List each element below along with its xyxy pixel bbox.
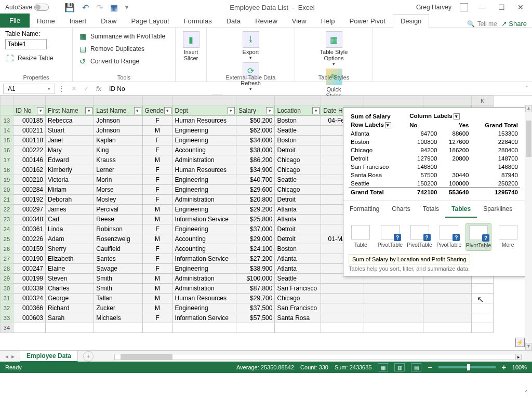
export-button[interactable]: ⭳ Export▾ xyxy=(212,30,289,61)
qa-tab-totals[interactable]: Totals xyxy=(417,201,445,218)
tab-power-pivot[interactable]: Power Pivot xyxy=(342,15,393,28)
column-header[interactable]: Last Name▾ xyxy=(94,105,142,116)
vertical-scrollbar[interactable]: ▲ ▼ xyxy=(525,105,532,350)
table-name-input[interactable] xyxy=(5,39,47,49)
scroll-down-icon[interactable]: ▼ xyxy=(525,343,532,350)
save-icon[interactable]: 💾 xyxy=(64,3,75,12)
user-name[interactable]: Greg Harvey xyxy=(416,4,451,11)
redo-icon[interactable]: ↷ xyxy=(96,3,103,12)
zoom-out-button[interactable]: − xyxy=(428,363,432,371)
sheet-tab-employee-data[interactable]: Employee Data xyxy=(20,350,78,362)
resize-table-button[interactable]: ⛶ Resize Table xyxy=(5,54,67,63)
row-header[interactable]: 22 xyxy=(1,205,14,215)
row-header[interactable]: 18 xyxy=(1,165,14,175)
row-header[interactable]: 26 xyxy=(1,244,14,254)
tell-me-search[interactable]: 🔍 Tell me xyxy=(467,20,497,28)
row-header[interactable]: 33 xyxy=(1,313,14,323)
row-header[interactable]: 31 xyxy=(1,294,14,303)
sheet-nav-prev-icon[interactable]: ◂ xyxy=(5,353,8,360)
undo-icon[interactable]: ↶ xyxy=(82,3,89,12)
autosave-switch-icon[interactable] xyxy=(34,4,49,11)
cancel-formula-icon[interactable]: ✕ xyxy=(68,85,80,92)
qa-item-pivottable-4[interactable]: ?PivotTable xyxy=(466,223,492,251)
tab-formulas[interactable]: Formulas xyxy=(177,15,219,28)
convert-range-button[interactable]: ↺Convert to Range xyxy=(78,57,170,66)
row-header[interactable]: 21 xyxy=(1,195,14,205)
formula-more-icon[interactable]: ⋮ xyxy=(55,85,68,92)
tab-help[interactable]: Help xyxy=(314,15,342,28)
insert-slicer-button[interactable]: ▮ Insert Slicer xyxy=(179,30,204,62)
view-page-break-icon[interactable]: ▤ xyxy=(411,363,421,371)
qa-tab-formatting[interactable]: Formatting xyxy=(343,201,385,218)
qa-tab-tables[interactable]: Tables xyxy=(445,201,477,218)
add-sheet-button[interactable]: + xyxy=(83,351,94,362)
qa-item-pivottable-3[interactable]: ?PivotTable xyxy=(436,223,462,251)
qa-tab-charts[interactable]: Charts xyxy=(385,201,416,218)
sheet-nav-next-icon[interactable]: ▸ xyxy=(11,353,15,360)
column-header[interactable]: Gender▾ xyxy=(142,105,172,116)
qa-item-more-5[interactable]: More xyxy=(495,223,521,251)
qa-item-table-0[interactable]: Table xyxy=(348,223,374,251)
enter-formula-icon[interactable]: ✓ xyxy=(80,85,92,92)
view-normal-icon[interactable]: ▦ xyxy=(378,363,388,371)
fx-icon[interactable]: fx xyxy=(92,85,105,92)
tab-data[interactable]: Data xyxy=(219,15,248,28)
column-header[interactable]: Salary▾ xyxy=(236,105,275,116)
row-header[interactable]: 23 xyxy=(1,215,14,224)
zoom-thumb[interactable] xyxy=(467,364,470,370)
filter-dropdown-icon[interactable]: ▾ xyxy=(266,107,273,114)
tab-file[interactable]: File xyxy=(0,14,30,28)
filter-dropdown-icon[interactable]: ▾ xyxy=(37,107,44,114)
column-header[interactable]: Location▾ xyxy=(275,105,321,116)
qa-tab-sparklines[interactable]: Sparklines xyxy=(477,201,518,218)
row-header[interactable]: 16 xyxy=(1,145,14,155)
expand-formula-icon[interactable]: ˅ xyxy=(522,85,532,92)
minimize-icon[interactable]: — xyxy=(476,3,488,11)
filter-dropdown-icon[interactable]: ▾ xyxy=(85,107,92,114)
summarize-pivottable-button[interactable]: ▦Summarize with PivotTable xyxy=(78,32,170,41)
zoom-slider[interactable] xyxy=(438,366,496,368)
tab-review[interactable]: Review xyxy=(248,15,285,28)
tab-view[interactable]: View xyxy=(285,15,314,28)
row-header[interactable]: 13 xyxy=(1,116,14,126)
row-header[interactable]: 24 xyxy=(1,224,14,234)
maximize-icon[interactable]: ☐ xyxy=(496,3,507,11)
row-header[interactable]: 28 xyxy=(1,264,14,274)
share-button[interactable]: ↗ Share xyxy=(501,20,527,28)
user-avatar-icon[interactable] xyxy=(460,3,468,11)
column-header[interactable]: ID No▾ xyxy=(13,105,45,116)
touch-mode-icon[interactable]: ▦ xyxy=(110,3,118,12)
quick-analysis-button[interactable]: ⚡ xyxy=(515,338,525,347)
hscroll-right-icon[interactable]: ▸ xyxy=(515,354,522,360)
row-header[interactable]: 30 xyxy=(1,284,14,294)
view-page-layout-icon[interactable]: ▥ xyxy=(394,363,405,371)
row-header[interactable]: 29 xyxy=(1,274,14,284)
collapse-ribbon-icon[interactable]: ˄ xyxy=(525,390,528,397)
row-header[interactable]: 25 xyxy=(1,234,14,244)
autosave-toggle[interactable]: AutoSave xyxy=(5,4,49,11)
tab-home[interactable]: Home xyxy=(30,15,62,28)
qa-item-pivottable-1[interactable]: ?PivotTable xyxy=(377,223,404,251)
row-header[interactable]: 32 xyxy=(1,303,14,313)
close-icon[interactable]: ✕ xyxy=(515,3,526,11)
tab-insert[interactable]: Insert xyxy=(62,15,94,28)
tab-draw[interactable]: Draw xyxy=(94,15,124,28)
column-header[interactable]: First Name▾ xyxy=(46,105,94,116)
horizontal-scrollbar[interactable]: ◂ ▸ xyxy=(114,353,522,360)
tab-design[interactable]: Design xyxy=(393,14,429,28)
filter-dropdown-icon[interactable]: ▾ xyxy=(134,107,141,114)
filter-dropdown-icon[interactable]: ▾ xyxy=(164,107,171,114)
row-header[interactable]: 19 xyxy=(1,175,14,185)
row-header[interactable]: 20 xyxy=(1,185,14,195)
remove-duplicates-button[interactable]: ▤Remove Duplicates xyxy=(78,44,170,54)
row-header[interactable]: 27 xyxy=(1,254,14,264)
name-box[interactable]: A1▾ xyxy=(3,84,55,94)
tab-page-layout[interactable]: Page Layout xyxy=(124,15,177,28)
row-header[interactable]: 14 xyxy=(1,126,14,136)
zoom-level[interactable]: 100% xyxy=(512,364,527,370)
filter-dropdown-icon[interactable]: ▾ xyxy=(228,107,235,114)
pivot-col-dropdown-icon[interactable]: ▾ xyxy=(454,113,460,119)
pivot-row-dropdown-icon[interactable]: ▾ xyxy=(385,122,391,128)
row-header[interactable]: 17 xyxy=(1,155,14,165)
zoom-in-button[interactable]: + xyxy=(502,363,506,371)
